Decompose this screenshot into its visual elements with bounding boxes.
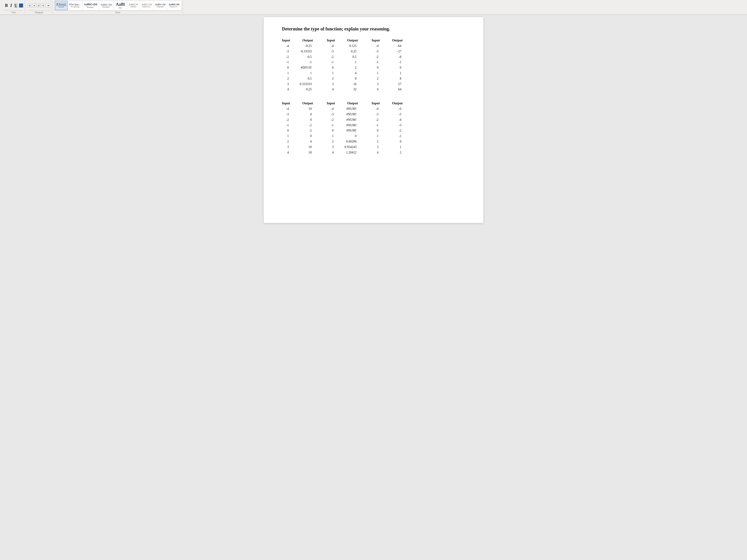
emphasis-label: Emphasis	[157, 6, 164, 8]
align-left-btn[interactable]: ≡	[28, 4, 32, 7]
table-2-row-7: 3 16	[327, 81, 358, 87]
table-3-row-1: -3 -27	[372, 49, 403, 54]
emphasis-preview: AaBbCcDd	[155, 3, 166, 6]
ribbon-toolbar: B I U Font ≡ ≡ ≡ ≡ ⇥ Paragraph ¶ Normal …	[0, 0, 747, 15]
table-5-row-4: 0 #NUM!	[327, 128, 358, 133]
style-normal[interactable]: ¶ Normal Normal	[55, 1, 68, 10]
table-1-row-2: -2 -0.5	[282, 54, 313, 60]
style-no-spacing[interactable]: ¶ No Spac... No Spacing	[68, 1, 82, 10]
table-2-row-5: 1 4	[327, 71, 358, 76]
table-4-row-2: -2 0	[282, 117, 313, 123]
font-group-label: Font	[4, 10, 23, 14]
heading1-preview: AaBbCcDd	[84, 3, 97, 6]
table-6-row-1: -3 -5	[372, 112, 403, 117]
table-4-row-8: 4 18	[282, 150, 313, 155]
table-1-row-4: 0 #DIV/0!	[282, 65, 313, 71]
style-subtitle[interactable]: AaBbCcD Subtitle	[127, 1, 139, 10]
table-5: Input Output -4 #NUM! -3 #NUM! -2 #NUM! …	[327, 101, 358, 155]
subtitle-preview: AaBbCcD	[129, 3, 138, 6]
table-5-row-3: -1 #NUM!	[327, 123, 358, 128]
table-6-row-6: 2 0	[372, 139, 403, 144]
table-2-row-8: 4 32	[327, 87, 358, 92]
table-6-row-7: 3 1	[372, 144, 403, 150]
table-3-row-3: -1 -1	[372, 59, 403, 65]
paragraph-group: ≡ ≡ ≡ ≡ ⇥ Paragraph	[26, 0, 52, 14]
table-2-row-3: -1 1	[327, 59, 358, 65]
table-4-header: Input Output	[282, 101, 313, 105]
table-5-row-7: 3 0.954243	[327, 144, 358, 150]
table-5-row-0: -4 #NUM!	[327, 106, 358, 112]
heading1-label: Heading 1	[87, 6, 94, 8]
table-5-header: Input Output	[327, 101, 358, 105]
styles-group: ¶ Normal Normal ¶ No Spac... No Spacing …	[53, 0, 183, 14]
top-tables-row: Input Output -4 -0.25 -3 -0.33333 -2 -0.…	[282, 38, 470, 92]
table-2-row-1: -3 0.25	[327, 49, 358, 54]
table-3-row-7: 3 27	[372, 81, 403, 87]
underline-icon[interactable]: U	[14, 3, 18, 8]
document-area: Determine the type of function; explain …	[264, 17, 483, 223]
paragraph-group-label: Paragraph	[28, 10, 50, 14]
table-4-row-0: -4 10	[282, 106, 313, 112]
table-6-row-4: 0 -2	[372, 128, 403, 133]
table-5-row-1: -3 #NUM!	[327, 112, 358, 117]
no-spacing-preview: ¶ No Spac...	[69, 3, 81, 6]
styles-ribbon: ¶ Normal Normal ¶ No Spac... No Spacing …	[55, 1, 181, 10]
table-1-row-7: 3 0.333333	[282, 81, 313, 87]
table-3-row-2: -2 -8	[372, 54, 403, 60]
table-4-row-7: 3 10	[282, 144, 313, 150]
document-title: Determine the type of function; explain …	[282, 26, 470, 32]
table-5-row-8: 4 1.20412	[327, 150, 358, 155]
table-1: Input Output -4 -0.25 -3 -0.33333 -2 -0.…	[282, 38, 313, 92]
table-6-row-0: -4 -6	[372, 106, 403, 112]
table-3-row-8: 4 64	[372, 87, 403, 92]
style-title[interactable]: AaBl Title	[114, 1, 127, 10]
table-4-row-6: 2 4	[282, 139, 313, 144]
subtle-em-label: Subtle Em...	[142, 6, 151, 8]
table-6-row-2: -2 -4	[372, 117, 403, 123]
table-1-row-1: -3 -0.33333	[282, 49, 313, 54]
normal-preview: ¶ Normal	[56, 3, 67, 6]
table-2: Input Output -4 0.125 -3 0.25 -2 0.5 -1 …	[327, 38, 358, 92]
table-1-input-header: Input	[282, 38, 290, 42]
table-6-row-3: -1 -3	[372, 123, 403, 128]
table-1-row-3: -1 -1	[282, 59, 313, 65]
subtle-em-preview: AaBbCcDd	[141, 3, 152, 6]
align-right-btn[interactable]: ≡	[37, 4, 41, 7]
table-4-row-4: 0 -2	[282, 128, 313, 133]
align-center-btn[interactable]: ≡	[32, 4, 36, 7]
table-6: Input Output -4 -6 -3 -5 -2 -4 -1 -3 0 -…	[372, 101, 403, 155]
table-2-row-4: 0 2	[327, 65, 358, 71]
table-3: Input Output -4 -64 -3 -27 -2 -8 -1 -1 0…	[372, 38, 403, 92]
style-subtle-em[interactable]: AaBbCcDd Subtle Em...	[140, 1, 153, 10]
highlight-color-box[interactable]	[19, 3, 23, 7]
bottom-tables-row: Input Output -4 10 -3 4 -2 0 -1 -2 0 -2	[282, 101, 470, 155]
indent-btn[interactable]: ⇥	[46, 4, 50, 7]
table-1-row-5: 1 1	[282, 71, 313, 76]
title-preview: AaBl	[116, 2, 125, 7]
heading2-label: Heading 2	[103, 6, 110, 8]
table-2-header: Input Output	[327, 38, 358, 42]
table-1-output-header: Output	[297, 38, 313, 42]
style-emphasis[interactable]: AaBbCcDd Emphasis	[154, 1, 167, 10]
normal-label: Normal	[58, 6, 64, 8]
table-4-row-5: 1 0	[282, 133, 313, 139]
table-2-row-0: -4 0.125	[327, 43, 358, 49]
style-heading1[interactable]: AaBbCcDd Heading 1	[82, 1, 99, 10]
title-label: Title	[119, 7, 122, 9]
bold-icon[interactable]: B	[4, 3, 9, 8]
table-3-row-4: 0 0	[372, 65, 403, 71]
table-6-header: Input Output	[372, 101, 403, 105]
style-heading2[interactable]: AaBbCcDd Heading 2	[99, 1, 113, 10]
table-1-row-0: -4 -0.25	[282, 43, 313, 49]
table-1-row-8: 4 0.25	[282, 87, 313, 92]
intense-e-label: Intense E...	[170, 6, 178, 8]
style-intense-e[interactable]: AaBbCcDd Intense E...	[167, 1, 181, 10]
justify-btn[interactable]: ≡	[41, 4, 45, 7]
italic-icon[interactable]: I	[9, 3, 13, 8]
table-6-row-5: 1 -1	[372, 133, 403, 139]
heading2-preview: AaBbCcDd	[101, 3, 112, 6]
table-2-row-2: -2 0.5	[327, 54, 358, 60]
font-group: B I U Font	[2, 0, 25, 14]
no-spacing-label: No Spacing	[71, 6, 79, 8]
table-1-header: Input Output	[282, 38, 313, 42]
